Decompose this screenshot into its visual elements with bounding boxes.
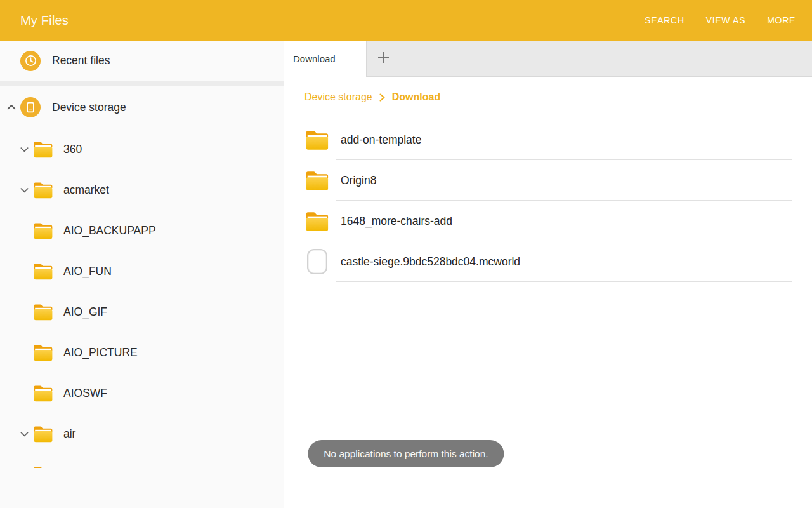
- chevron-down-icon[interactable]: [18, 429, 30, 439]
- tab-download-label: Download: [293, 53, 336, 64]
- folder-icon: [304, 210, 330, 232]
- view-as-button[interactable]: VIEW AS: [705, 11, 747, 29]
- file-row[interactable]: add-on-template: [284, 119, 812, 160]
- device-storage-label: Device storage: [52, 101, 126, 114]
- tree-item-label: AIO_GIF: [63, 305, 107, 319]
- folder-icon: [33, 424, 53, 443]
- tree-item-label: AIOSWF: [63, 387, 107, 400]
- tree-item-folder[interactable]: [0, 454, 284, 468]
- folder-icon: [33, 140, 53, 159]
- folder-icon: [33, 343, 53, 362]
- more-button[interactable]: MORE: [766, 11, 797, 29]
- file-row[interactable]: 1648_more-chairs-add: [284, 201, 812, 241]
- file-row[interactable]: Origin8: [284, 160, 812, 201]
- folder-icon: [33, 465, 53, 468]
- tree-item-folder[interactable]: AIO_GIF: [0, 291, 284, 332]
- sidebar: Recent files Device storage: [0, 41, 284, 508]
- toast-text: No applications to perform this action.: [324, 448, 488, 460]
- file-name: add-on-template: [341, 133, 421, 147]
- chevron-down-icon[interactable]: [18, 144, 30, 155]
- chevron-down-icon[interactable]: [18, 185, 30, 196]
- folder-icon: [33, 221, 53, 240]
- file-name: castle-siege.9bdc528bdc04.mcworld: [341, 255, 520, 269]
- tree-item-folder[interactable]: AIOSWF: [0, 373, 284, 413]
- tree-item-label: AIO_BACKUPAPP: [63, 224, 156, 237]
- storage-tree: Device storage 360 acmarket: [0, 86, 284, 468]
- tree-item-label: AIO_FUN: [63, 265, 112, 278]
- file-icon: [304, 249, 330, 274]
- clock-icon: [20, 51, 41, 71]
- file-name: 1648_more-chairs-add: [341, 215, 452, 228]
- header-actions: SEARCH VIEW AS MORE: [643, 11, 797, 29]
- recent-files-label: Recent files: [52, 54, 110, 67]
- breadcrumb-device-storage[interactable]: Device storage: [304, 91, 372, 103]
- tree-item-label: acmarket: [63, 184, 109, 197]
- plus-icon: [377, 51, 390, 66]
- breadcrumb-download[interactable]: Download: [392, 91, 440, 103]
- tree-item-folder[interactable]: air: [0, 413, 284, 454]
- tree-item-folder[interactable]: 360: [0, 129, 284, 170]
- tree-item-folder[interactable]: AIO_BACKUPAPP: [0, 210, 284, 251]
- add-tab-button[interactable]: [367, 41, 400, 76]
- smartphone-icon: [20, 97, 41, 117]
- sidebar-item-recent-files[interactable]: Recent files: [0, 41, 284, 81]
- chevron-up-icon[interactable]: [5, 102, 18, 113]
- file-list: add-on-template Origin8 1648_more-chairs…: [284, 119, 812, 282]
- tree-item-folder[interactable]: AIO_PICTURE: [0, 332, 284, 373]
- search-button[interactable]: SEARCH: [643, 11, 686, 29]
- file-name: Origin8: [341, 174, 376, 187]
- file-row[interactable]: castle-siege.9bdc528bdc04.mcworld: [284, 241, 812, 282]
- my-files-app: My Files SEARCH VIEW AS MORE Recent file…: [0, 0, 812, 508]
- row-divider: [336, 281, 792, 282]
- tree-item-label: AIO_PICTURE: [63, 346, 138, 359]
- tree-item-label: 360: [63, 143, 82, 156]
- folder-icon: [33, 302, 53, 321]
- folder-icon: [33, 262, 53, 281]
- app-header: My Files SEARCH VIEW AS MORE: [0, 0, 812, 41]
- breadcrumb-chevron-icon: [379, 93, 386, 102]
- sidebar-item-device-storage[interactable]: Device storage: [0, 86, 284, 129]
- toast-message: No applications to perform this action.: [308, 440, 504, 467]
- folder-icon: [33, 384, 53, 403]
- tree-item-folder[interactable]: acmarket: [0, 170, 284, 210]
- folder-icon: [304, 128, 330, 151]
- folder-icon: [33, 180, 53, 199]
- tab-download[interactable]: Download: [284, 41, 366, 77]
- folder-icon: [304, 169, 330, 192]
- breadcrumb: Device storage Download: [304, 91, 440, 103]
- app-title: My Files: [20, 13, 69, 28]
- tab-bar: [366, 41, 812, 77]
- tree-item-folder[interactable]: AIO_FUN: [0, 251, 284, 291]
- tree-item-label: air: [63, 427, 75, 441]
